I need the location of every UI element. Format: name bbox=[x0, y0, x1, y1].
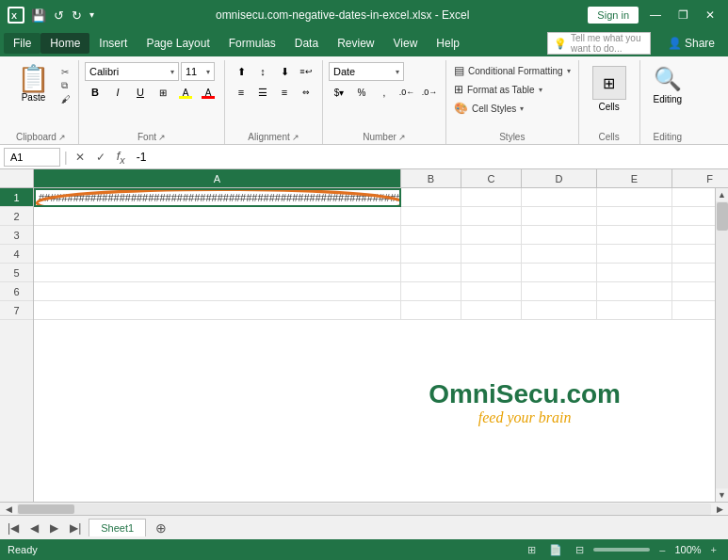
comma-button[interactable]: , bbox=[374, 83, 395, 102]
cells-button[interactable]: ⊞ Cells bbox=[585, 62, 634, 116]
cut-button[interactable]: ✂ bbox=[59, 66, 73, 78]
page-layout-button[interactable]: 📄 bbox=[545, 542, 566, 558]
cell-e6[interactable] bbox=[597, 282, 672, 301]
row-header-1[interactable]: 1 bbox=[0, 188, 33, 207]
scroll-down-arrow[interactable]: ▼ bbox=[716, 488, 729, 502]
menu-data[interactable]: Data bbox=[285, 33, 328, 54]
cell-d6[interactable] bbox=[522, 282, 597, 301]
restore-button[interactable]: ❐ bbox=[672, 7, 694, 24]
cell-e5[interactable] bbox=[597, 264, 672, 282]
format-painter-button[interactable]: 🖌 bbox=[59, 93, 73, 105]
row-header-3[interactable]: 3 bbox=[0, 226, 33, 245]
menu-review[interactable]: Review bbox=[328, 33, 383, 54]
menu-view[interactable]: View bbox=[384, 33, 428, 54]
col-header-a[interactable]: A bbox=[34, 169, 401, 187]
font-name-selector[interactable]: Calibri ▾ bbox=[85, 62, 179, 81]
cell-f2[interactable] bbox=[672, 207, 715, 226]
number-format-selector[interactable]: Date ▾ bbox=[329, 62, 404, 81]
scroll-track[interactable] bbox=[716, 201, 729, 488]
undo-button[interactable]: ↺ bbox=[51, 8, 67, 24]
conditional-formatting-button[interactable]: ▤ Conditional Formatting ▾ bbox=[452, 62, 573, 79]
cell-c2[interactable] bbox=[461, 207, 522, 226]
align-middle-button[interactable]: ↕ bbox=[252, 62, 273, 81]
corner-cell[interactable] bbox=[0, 169, 34, 187]
cell-b3[interactable] bbox=[401, 226, 461, 245]
col-header-b[interactable]: B bbox=[401, 169, 461, 187]
cell-b2[interactable] bbox=[401, 207, 461, 226]
align-center-button[interactable]: ☰ bbox=[252, 83, 273, 102]
customize-qat-button[interactable]: ▾ bbox=[87, 8, 97, 22]
last-sheet-button[interactable]: ▶| bbox=[66, 520, 85, 536]
cell-d5[interactable] bbox=[522, 264, 597, 282]
hscroll-thumb[interactable] bbox=[18, 504, 74, 514]
copy-button[interactable]: ⧉ bbox=[59, 79, 73, 92]
italic-button[interactable]: I bbox=[107, 83, 128, 102]
signin-button[interactable]: Sign in bbox=[588, 7, 639, 24]
cell-e2[interactable] bbox=[597, 207, 672, 226]
formula-input[interactable] bbox=[133, 149, 724, 166]
first-sheet-button[interactable]: |◀ bbox=[4, 520, 23, 536]
name-box[interactable]: A1 bbox=[4, 148, 60, 167]
prev-sheet-button[interactable]: ◀ bbox=[26, 520, 42, 536]
cell-c6[interactable] bbox=[461, 282, 522, 301]
row-header-6[interactable]: 6 bbox=[0, 282, 33, 301]
cell-a5[interactable] bbox=[34, 264, 401, 282]
currency-button[interactable]: $▾ bbox=[329, 83, 349, 102]
font-color-button[interactable]: A bbox=[198, 83, 218, 102]
tell-me-input[interactable]: 💡 Tell me what you want to do... bbox=[547, 32, 651, 55]
row-header-4[interactable]: 4 bbox=[0, 245, 33, 264]
cell-c7[interactable] bbox=[461, 301, 522, 320]
row-header-2[interactable]: 2 bbox=[0, 207, 33, 226]
cell-a2[interactable] bbox=[34, 207, 401, 226]
hscroll-track[interactable] bbox=[17, 504, 711, 515]
cell-e3[interactable] bbox=[597, 226, 672, 245]
scroll-thumb[interactable] bbox=[717, 202, 728, 231]
menu-file[interactable]: File bbox=[4, 33, 40, 54]
cell-e1[interactable] bbox=[597, 188, 672, 207]
cancel-formula-button[interactable]: ✕ bbox=[72, 149, 89, 166]
underline-button[interactable]: U bbox=[130, 83, 151, 102]
zoom-in-button[interactable]: + bbox=[707, 542, 720, 557]
cell-e7[interactable] bbox=[597, 301, 672, 320]
insert-function-button[interactable]: fx bbox=[113, 147, 129, 168]
format-as-table-button[interactable]: ⊞ Format as Table ▾ bbox=[452, 81, 573, 98]
save-button[interactable]: 💾 bbox=[28, 8, 49, 24]
cell-a6[interactable] bbox=[34, 282, 401, 301]
cell-d1[interactable] bbox=[522, 188, 597, 207]
cell-f7[interactable] bbox=[672, 301, 715, 320]
bold-button[interactable]: B bbox=[85, 83, 105, 102]
col-header-c[interactable]: C bbox=[461, 169, 522, 187]
increase-decimal-button[interactable]: .0← bbox=[396, 83, 417, 102]
merge-button[interactable]: ⇔ bbox=[296, 83, 316, 102]
next-sheet-button[interactable]: ▶ bbox=[46, 520, 62, 536]
minimize-button[interactable]: — bbox=[644, 7, 667, 24]
menu-home[interactable]: Home bbox=[40, 33, 89, 54]
scroll-up-arrow[interactable]: ▲ bbox=[716, 188, 729, 201]
cell-a4[interactable] bbox=[34, 245, 401, 264]
page-break-button[interactable]: ⊟ bbox=[572, 542, 588, 558]
wrap-text-button[interactable]: ≡↩ bbox=[296, 62, 316, 81]
vertical-scrollbar[interactable]: ▲ ▼ bbox=[715, 188, 728, 502]
add-sheet-button[interactable]: ⊕ bbox=[150, 519, 172, 537]
cell-a1[interactable]: ########################################… bbox=[34, 188, 401, 207]
cell-f6[interactable] bbox=[672, 282, 715, 301]
align-bottom-button[interactable]: ⬇ bbox=[274, 62, 295, 81]
cell-b1[interactable] bbox=[401, 188, 461, 207]
cell-styles-button[interactable]: 🎨 Cell Styles ▾ bbox=[452, 100, 573, 117]
zoom-slider[interactable] bbox=[593, 548, 650, 552]
scroll-right-arrow[interactable]: ▶ bbox=[713, 503, 726, 516]
close-button[interactable]: ✕ bbox=[700, 7, 720, 24]
cell-f4[interactable] bbox=[672, 245, 715, 264]
normal-view-button[interactable]: ⊞ bbox=[524, 542, 540, 558]
menu-share[interactable]: 👤 Share bbox=[658, 33, 724, 54]
menu-help[interactable]: Help bbox=[427, 33, 469, 54]
cell-d3[interactable] bbox=[522, 226, 597, 245]
alignment-expand-icon[interactable]: ↗ bbox=[292, 133, 299, 142]
decrease-decimal-button[interactable]: .0→ bbox=[419, 83, 440, 102]
font-expand-icon[interactable]: ↗ bbox=[158, 133, 166, 142]
confirm-formula-button[interactable]: ✓ bbox=[92, 149, 109, 166]
align-right-button[interactable]: ≡ bbox=[274, 83, 295, 102]
redo-button[interactable]: ↻ bbox=[69, 8, 85, 24]
cell-d4[interactable] bbox=[522, 245, 597, 264]
cell-a3[interactable] bbox=[34, 226, 401, 245]
